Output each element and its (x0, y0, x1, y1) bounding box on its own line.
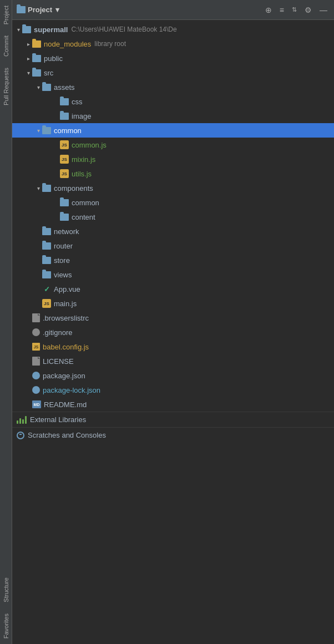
folder-icon-supermall (22, 26, 31, 33)
tree-row-components[interactable]: components (12, 181, 334, 195)
folder-icon-toolbar (17, 6, 26, 13)
tree-row-views[interactable]: views (12, 267, 334, 282)
tree-row-css[interactable]: css (12, 94, 334, 109)
toolbar: Project ▾ ⊕ ≡ ⇅ ⚙ — (12, 0, 334, 20)
tree-row-common[interactable]: common (12, 123, 334, 138)
tree-row-public[interactable]: public (12, 51, 334, 65)
external-libs-label: External Libraries (30, 415, 86, 424)
package-lock-json-label: package-lock.json (43, 386, 100, 394)
folder-icon-views (42, 271, 51, 278)
clock-icon-scratches (17, 432, 24, 439)
tree-row-src[interactable]: src (12, 65, 334, 80)
tree-row-network[interactable]: network (12, 224, 334, 239)
gitignore-label: .gitignore (43, 328, 72, 337)
comp-common-label: common (72, 199, 99, 207)
tree-row-node_modules[interactable]: node_modules library root (12, 37, 334, 51)
chevron-supermall (14, 27, 22, 33)
tree-row-gitignore[interactable]: .gitignore (12, 325, 334, 339)
supermall-label: supermall (34, 26, 68, 34)
tree-row-babel-config[interactable]: JS babel.config.js (12, 339, 334, 354)
babel-icon: JS (32, 343, 40, 351)
css-label: css (72, 98, 83, 106)
scratches-label: Scratches and Consoles (28, 431, 106, 439)
folder-icon-image (60, 113, 69, 120)
js-icon-utils: JS (60, 169, 69, 178)
chevron-components (34, 185, 42, 191)
globe-button[interactable]: ⊕ (263, 4, 274, 16)
folder-icon-src (32, 69, 41, 77)
project-panel-title: Project ▾ (17, 6, 59, 14)
vtab-favorites[interactable]: Favorites (1, 608, 11, 644)
expand-collapse-button[interactable]: ⇅ (290, 5, 299, 14)
tree-row-comp-content[interactable]: content (12, 210, 334, 224)
js-icon-mixin: JS (60, 155, 69, 164)
chevron-src (24, 70, 32, 76)
minimize-button[interactable]: — (317, 4, 330, 16)
network-label: network (54, 227, 79, 236)
folder-icon-comp-content (60, 214, 69, 221)
vtab-structure[interactable]: Structure (1, 572, 11, 608)
chevron-assets (34, 84, 42, 90)
tree-row-mixin-js[interactable]: JS mixin.js (12, 152, 334, 166)
file-icon-license (32, 357, 40, 366)
assets-label: assets (54, 83, 75, 92)
special-row-scratches[interactable]: Scratches and Consoles (12, 427, 334, 443)
config-icon-package (32, 372, 40, 379)
tree-row-comp-common[interactable]: common (12, 195, 334, 210)
babel-config-label: babel.config.js (43, 343, 89, 351)
tree-row-assets[interactable]: assets (12, 80, 334, 94)
tree-row-license[interactable]: LICENSE (12, 354, 334, 368)
mixin-js-label: mixin.js (72, 155, 95, 164)
router-label: router (54, 242, 73, 250)
settings-button[interactable]: ⚙ (302, 4, 314, 16)
special-row-external-libs[interactable]: External Libraries (12, 412, 334, 427)
vue-icon-app: ✓ (42, 285, 51, 293)
md-icon-readme: MD (32, 400, 41, 408)
vtab-pull-requests[interactable]: Pull Requests (1, 62, 11, 111)
config-icon-package-lock (32, 386, 40, 394)
tree-row-image[interactable]: image (12, 109, 334, 123)
collapse-all-button[interactable]: ≡ (277, 4, 286, 16)
bars-icon-external-libs (17, 416, 27, 424)
tree-row-package-json[interactable]: package.json (12, 368, 334, 383)
folder-icon-store (42, 257, 51, 264)
utils-js-label: utils.js (72, 170, 92, 178)
folder-icon-public (32, 55, 41, 62)
license-label: LICENSE (43, 357, 74, 366)
file-icon-browserslistrc (32, 313, 40, 322)
public-label: public (44, 54, 63, 63)
dropdown-arrow-icon[interactable]: ▾ (55, 6, 59, 14)
chevron-node_modules (24, 41, 32, 47)
config-icon-gitignore (32, 328, 40, 336)
toolbar-title-text: Project (28, 6, 52, 14)
file-tree: supermall C:\Users\HUAWEI MateBook 14\De… (12, 20, 334, 644)
vtab-project[interactable]: Project (1, 0, 11, 30)
tree-row-app-vue[interactable]: ✓ App.vue (12, 282, 334, 296)
readme-md-label: README.md (44, 400, 87, 409)
main-panel: Project ▾ ⊕ ≡ ⇅ ⚙ — supermall C:\Users\H… (12, 0, 334, 644)
tree-row-browserslistrc[interactable]: .browserslistrc (12, 311, 334, 325)
node_modules-label: node_modules (44, 40, 91, 48)
common-label: common (54, 126, 82, 135)
tree-row-supermall[interactable]: supermall C:\Users\HUAWEI MateBook 14\De (12, 22, 334, 37)
comp-content-label: content (72, 213, 95, 221)
folder-icon-comp-common (60, 199, 69, 206)
supermall-path: C:\Users\HUAWEI MateBook 14\De (71, 26, 176, 33)
vtab-commit[interactable]: Commit (1, 30, 11, 62)
folder-icon-components (42, 185, 51, 192)
tree-row-store[interactable]: store (12, 253, 334, 267)
tree-row-package-lock-json[interactable]: package-lock.json (12, 383, 334, 397)
tree-row-router[interactable]: router (12, 239, 334, 253)
browserslistrc-label: .browserslistrc (43, 314, 89, 322)
folder-icon-network (42, 228, 51, 235)
tree-row-utils-js[interactable]: JS utils.js (12, 166, 334, 181)
tree-row-readme-md[interactable]: MD README.md (12, 397, 334, 412)
chevron-public (24, 55, 32, 62)
views-label: views (54, 271, 72, 279)
tree-row-main-js[interactable]: JS main.js (12, 296, 334, 311)
folder-icon-router (42, 242, 51, 250)
js-icon-main: JS (42, 299, 51, 308)
tree-row-common-js[interactable]: JS common.js (12, 138, 334, 152)
common-js-label: common.js (72, 141, 107, 149)
src-label: src (44, 69, 53, 77)
